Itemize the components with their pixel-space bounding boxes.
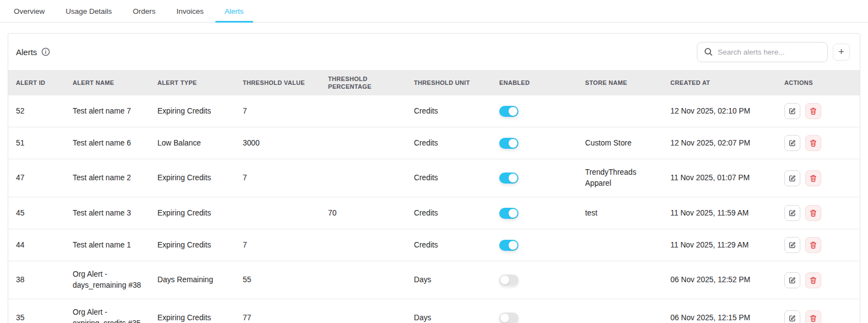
cell-alert-name: Test alert name 6 (65, 127, 150, 159)
cell-alert-type: Days Remaining (150, 261, 235, 299)
trash-icon (809, 209, 817, 217)
cell-threshold-unit: Days (406, 299, 492, 323)
cell-alert-type: Expiring Credits (150, 299, 235, 323)
cell-alert-name: Test alert name 3 (65, 197, 150, 229)
cell-actions (777, 95, 860, 127)
table-row: 44 Test alert name 1 Expiring Credits 7 … (8, 229, 860, 261)
panel-title-group: Alerts (16, 47, 50, 57)
cell-threshold-value: 55 (235, 261, 320, 299)
panel-controls: + (697, 42, 850, 62)
delete-button[interactable] (805, 170, 821, 186)
enabled-toggle[interactable] (499, 173, 518, 184)
edit-button[interactable] (784, 205, 800, 221)
table-row: 38 Org Alert - days_remaining #38 Days R… (8, 261, 860, 299)
enabled-toggle[interactable] (499, 240, 518, 251)
edit-button[interactable] (784, 135, 800, 151)
cell-actions (777, 299, 860, 323)
cell-enabled (492, 159, 577, 197)
actions-group (784, 237, 852, 253)
info-icon[interactable] (41, 47, 50, 56)
panel-header: Alerts + (8, 34, 860, 70)
delete-button[interactable] (805, 237, 821, 253)
edit-icon (788, 241, 796, 249)
cell-threshold-value: 7 (235, 95, 320, 127)
cell-store-name (577, 261, 663, 299)
column-header: ACTIONS (777, 70, 860, 95)
cell-alert-type: Low Balance (150, 127, 235, 159)
tab-invoices[interactable]: Invoices (166, 0, 215, 22)
edit-icon (788, 209, 796, 217)
cell-threshold-percentage (320, 261, 406, 299)
cell-store-name (577, 229, 663, 261)
cell-alert-id: 51 (8, 127, 65, 159)
panel-title: Alerts (16, 47, 37, 57)
cell-created-at: 11 Nov 2025, 11:29 AM (663, 229, 777, 261)
cell-alert-type: Expiring Credits (150, 229, 235, 261)
cell-alert-id: 47 (8, 159, 65, 197)
column-header: THRESHOLD VALUE (235, 70, 320, 95)
table-row: 35 Org Alert - expiring_credits #35 Expi… (8, 299, 860, 323)
actions-group (784, 170, 852, 186)
table-row: 51 Test alert name 6 Low Balance 3000 Cr… (8, 127, 860, 159)
column-header: STORE NAME (577, 70, 663, 95)
column-header: ALERT ID (8, 70, 65, 95)
alerts-table: ALERT IDALERT NAMEALERT TYPETHRESHOLD VA… (8, 70, 860, 323)
tab-orders[interactable]: Orders (122, 0, 166, 22)
edit-button[interactable] (784, 103, 800, 119)
table-body: 52 Test alert name 7 Expiring Credits 7 … (8, 95, 860, 323)
edit-icon (788, 174, 796, 182)
edit-button[interactable] (784, 272, 800, 288)
search-input[interactable] (718, 48, 821, 56)
cell-alert-name: Test alert name 7 (65, 95, 150, 127)
enabled-toggle[interactable] (499, 208, 518, 219)
delete-button[interactable] (805, 205, 821, 221)
cell-alert-id: 35 (8, 299, 65, 323)
actions-group (784, 272, 852, 288)
cell-threshold-percentage (320, 299, 406, 323)
alerts-panel: Alerts + (8, 33, 860, 323)
enabled-toggle[interactable] (499, 138, 518, 149)
cell-threshold-value (235, 197, 320, 229)
cell-alert-name: Org Alert - days_remaining #38 (65, 261, 150, 299)
column-header: ALERT NAME (65, 70, 150, 95)
cell-threshold-unit: Credits (406, 127, 492, 159)
cell-enabled (492, 95, 577, 127)
cell-created-at: 11 Nov 2025, 01:07 PM (663, 159, 777, 197)
cell-store-name (577, 95, 663, 127)
tab-alerts[interactable]: Alerts (214, 0, 254, 22)
cell-created-at: 06 Nov 2025, 12:52 PM (663, 261, 777, 299)
cell-alert-type: Expiring Credits (150, 95, 235, 127)
add-alert-button[interactable]: + (833, 44, 850, 61)
cell-store-name: test (577, 197, 663, 229)
delete-button[interactable] (805, 135, 821, 151)
enabled-toggle[interactable] (499, 106, 518, 117)
delete-button[interactable] (805, 103, 821, 119)
enabled-toggle[interactable] (499, 313, 518, 323)
actions-group (784, 103, 852, 119)
column-header: ALERT TYPE (150, 70, 235, 95)
cell-threshold-unit: Credits (406, 229, 492, 261)
cell-alert-id: 44 (8, 229, 65, 261)
edit-button[interactable] (784, 237, 800, 253)
column-header: CREATED AT (663, 70, 777, 95)
edit-icon (788, 107, 796, 115)
enabled-toggle[interactable] (499, 274, 518, 286)
cell-actions (777, 197, 860, 229)
edit-icon (788, 276, 796, 284)
edit-button[interactable] (784, 310, 800, 323)
edit-icon (788, 314, 796, 322)
cell-enabled (492, 261, 577, 299)
cell-alert-id: 45 (8, 197, 65, 229)
edit-button[interactable] (784, 170, 800, 186)
cell-actions (777, 261, 860, 299)
column-header: ENABLED (492, 70, 577, 95)
tab-overview[interactable]: Overview (3, 0, 55, 22)
search-box[interactable] (697, 42, 828, 62)
tab-usage-details[interactable]: Usage Details (55, 0, 122, 22)
table-row: 52 Test alert name 7 Expiring Credits 7 … (8, 95, 860, 127)
table-row: 45 Test alert name 3 Expiring Credits 70… (8, 197, 860, 229)
delete-button[interactable] (805, 310, 821, 323)
actions-group (784, 310, 852, 323)
cell-actions (777, 127, 860, 159)
delete-button[interactable] (805, 272, 821, 288)
